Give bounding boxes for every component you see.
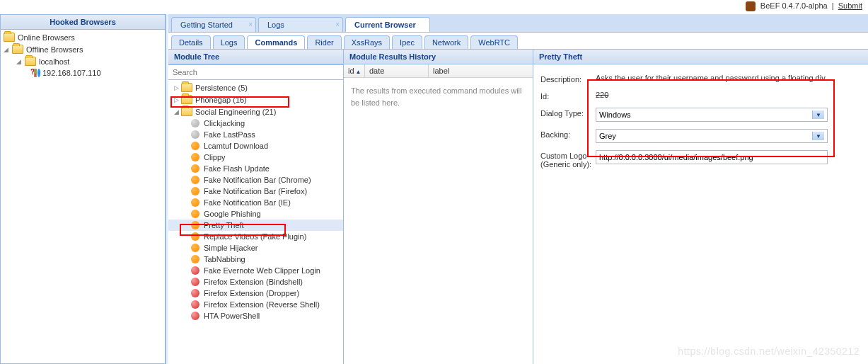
expand-arrow-icon[interactable]: ◢ bbox=[174, 108, 181, 115]
backing-input[interactable] bbox=[599, 132, 812, 140]
offline-browsers-label: Offline Browsers bbox=[26, 45, 83, 54]
module-label: Google Phishing bbox=[204, 210, 261, 218]
folder-icon bbox=[12, 45, 23, 54]
subtab-network[interactable]: Network bbox=[424, 35, 468, 49]
subtab-commands[interactable]: Commands bbox=[247, 35, 305, 49]
module-folder[interactable]: ▷Persistence (5) bbox=[168, 81, 343, 93]
dialog-type-label: Dialog Type: bbox=[540, 108, 596, 118]
host-node[interactable]: ◢ localhost bbox=[4, 55, 162, 67]
status-bullet-icon bbox=[191, 130, 199, 139]
module-tree-panel: Module Tree ▷Persistence (5)▷Phonegap (1… bbox=[168, 50, 344, 364]
product-version: 0.4.7.0-alpha bbox=[782, 1, 827, 10]
hooked-client-node[interactable]: ? 192.168.107.110 bbox=[4, 67, 162, 79]
status-bullet-icon bbox=[191, 312, 199, 320]
description-label: Description: bbox=[540, 74, 596, 84]
collapse-arrow-icon[interactable]: ◢ bbox=[16, 58, 23, 65]
backing-combo[interactable]: ▼ bbox=[596, 129, 828, 143]
module-folder[interactable]: ▷Phonegap (16) bbox=[168, 93, 343, 106]
status-bullet-icon bbox=[191, 266, 199, 275]
tab-getting-started[interactable]: Getting Started × bbox=[171, 17, 256, 32]
id-label: Id: bbox=[540, 91, 596, 101]
module-item[interactable]: Simple Hijacker bbox=[168, 242, 343, 254]
folder-label: Phonegap (16) bbox=[195, 96, 247, 104]
status-bullet-icon bbox=[191, 289, 199, 297]
module-item[interactable]: Fake Flash Update bbox=[168, 163, 343, 174]
sort-asc-icon: ▲ bbox=[356, 69, 361, 75]
subtab-webrtc[interactable]: WebRTC bbox=[470, 35, 518, 49]
status-bullet-icon bbox=[191, 255, 199, 263]
module-search[interactable] bbox=[168, 64, 343, 80]
sub-tabs: Details Logs Commands Rider XssRays Ipec… bbox=[168, 33, 868, 50]
module-search-input[interactable] bbox=[168, 65, 343, 79]
status-bullet-icon bbox=[191, 176, 199, 184]
chevron-down-icon[interactable]: ▼ bbox=[812, 132, 824, 140]
main-tabs: Getting Started × Logs × Current Browser bbox=[168, 14, 868, 33]
submit-link[interactable]: Submit bbox=[838, 1, 862, 10]
offline-browsers-node[interactable]: ◢ Offline Browsers bbox=[4, 43, 162, 55]
module-item[interactable]: Pretty Theft bbox=[168, 220, 343, 231]
results-column-headers: id▲ date label bbox=[344, 64, 533, 78]
module-item[interactable]: Clickjacking bbox=[168, 118, 343, 129]
status-bullet-icon bbox=[191, 164, 199, 173]
module-item[interactable]: Fake LastPass bbox=[168, 129, 343, 140]
col-date[interactable]: date bbox=[365, 64, 429, 77]
module-label: Replace Videos (Fake Plugin) bbox=[204, 232, 306, 241]
dialog-type-input[interactable] bbox=[599, 110, 812, 119]
module-label: Clickjacking bbox=[204, 119, 245, 127]
module-label: Firefox Extension (Dropper) bbox=[204, 289, 299, 297]
status-bullet-icon bbox=[191, 278, 199, 286]
module-label: Clippy bbox=[204, 153, 226, 161]
tab-logs[interactable]: Logs × bbox=[258, 17, 343, 32]
module-label: Fake Notification Bar (Firefox) bbox=[204, 187, 307, 195]
module-item[interactable]: Fake Evernote Web Clipper Login bbox=[168, 265, 343, 276]
beef-logo-icon bbox=[746, 1, 756, 11]
module-item[interactable]: Clippy bbox=[168, 152, 343, 163]
description-value: Asks the user for their username and pas… bbox=[596, 74, 861, 82]
status-bullet-icon bbox=[191, 142, 199, 150]
module-item[interactable]: HTA PowerShell bbox=[168, 310, 343, 322]
module-item[interactable]: Lcamtuf Download bbox=[168, 140, 343, 152]
tab-current-browser[interactable]: Current Browser bbox=[345, 17, 430, 32]
col-label[interactable]: label bbox=[429, 64, 533, 77]
col-id[interactable]: id▲ bbox=[344, 64, 365, 77]
status-bullet-icon bbox=[191, 244, 199, 252]
folder-icon bbox=[181, 107, 192, 116]
subtab-details[interactable]: Details bbox=[171, 35, 211, 49]
subtab-xssrays[interactable]: XssRays bbox=[344, 35, 390, 49]
module-item[interactable]: Replace Videos (Fake Plugin) bbox=[168, 231, 343, 242]
module-label: Simple Hijacker bbox=[204, 244, 257, 252]
subtab-rider[interactable]: Rider bbox=[307, 35, 341, 49]
top-bar: BeEF 0.4.7.0-alpha | Submit bbox=[746, 1, 862, 11]
module-item[interactable]: Google Phishing bbox=[168, 208, 343, 220]
hooked-browsers-panel: Hooked Browsers Online Browsers ◢ Offlin… bbox=[0, 14, 166, 364]
module-label: Fake LastPass bbox=[204, 130, 255, 139]
client-os-browser-icon: ? bbox=[30, 69, 40, 77]
expand-arrow-icon[interactable]: ▷ bbox=[174, 84, 181, 91]
results-panel: Module Results History id▲ date label Th… bbox=[344, 50, 533, 364]
module-item[interactable]: TabNabbing bbox=[168, 254, 343, 265]
collapse-arrow-icon[interactable]: ◢ bbox=[4, 46, 11, 53]
expand-arrow-icon[interactable]: ▷ bbox=[174, 96, 181, 103]
online-browsers-node[interactable]: Online Browsers bbox=[4, 31, 162, 43]
module-folder[interactable]: ◢Social Engineering (21) bbox=[168, 106, 343, 118]
subtab-ipec[interactable]: Ipec bbox=[392, 35, 422, 49]
module-item[interactable]: Firefox Extension (Bindshell) bbox=[168, 276, 343, 288]
dialog-type-combo[interactable]: ▼ bbox=[596, 108, 828, 122]
module-item[interactable]: Firefox Extension (Dropper) bbox=[168, 288, 343, 299]
module-item[interactable]: Firefox Extension (Reverse Shell) bbox=[168, 299, 343, 310]
module-tree-header: Module Tree bbox=[168, 50, 343, 64]
status-bullet-icon bbox=[191, 187, 199, 195]
custom-logo-input[interactable] bbox=[596, 150, 828, 164]
module-details-panel: Pretty Theft Description: Asks the user … bbox=[533, 50, 868, 364]
close-icon[interactable]: × bbox=[248, 21, 253, 28]
results-empty-message: The results from executed command module… bbox=[344, 78, 533, 115]
status-bullet-icon bbox=[191, 210, 199, 218]
module-item[interactable]: Fake Notification Bar (Firefox) bbox=[168, 186, 343, 197]
close-icon[interactable]: × bbox=[335, 21, 340, 28]
subtab-logs[interactable]: Logs bbox=[213, 35, 245, 49]
module-label: Firefox Extension (Bindshell) bbox=[204, 278, 303, 286]
chevron-down-icon[interactable]: ▼ bbox=[812, 110, 824, 119]
module-item[interactable]: Fake Notification Bar (Chrome) bbox=[168, 174, 343, 186]
module-item[interactable]: Fake Notification Bar (IE) bbox=[168, 197, 343, 208]
details-header: Pretty Theft bbox=[533, 50, 868, 64]
